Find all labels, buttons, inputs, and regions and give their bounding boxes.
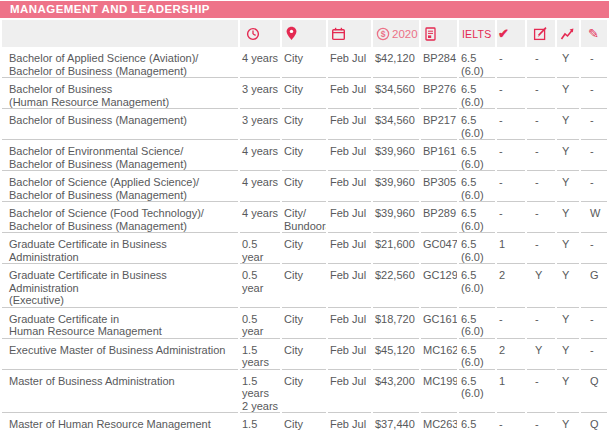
course-pathway-value: Y — [557, 171, 579, 202]
course-location: City — [282, 171, 326, 202]
course-table-body: Bachelor of Applied Science (Aviation)/ … — [2, 47, 607, 431]
course-duration: 1.5 years 2 years — [240, 413, 280, 431]
course-name: Bachelor of Environmental Science/ Bache… — [2, 140, 238, 171]
course-note-value: - — [581, 47, 607, 78]
course-name: Graduate Certificate in Business Adminis… — [2, 264, 238, 308]
course-name: Master of Human Resource Management — [2, 413, 238, 431]
course-check-value: 2 — [497, 339, 525, 370]
document-icon — [424, 27, 437, 41]
course-ielts-score: 6.5 (6.0) — [459, 370, 495, 414]
course-code: GC047 — [421, 233, 457, 264]
course-location: City — [282, 109, 326, 140]
table-row: Bachelor of Environmental Science/ Bache… — [2, 140, 607, 171]
course-fee: $18,720 — [373, 308, 419, 339]
course-intake: Feb Jul — [328, 339, 371, 370]
course-ielts-score: 6.5 (6.0) — [459, 339, 495, 370]
course-fee: $34,560 — [373, 78, 419, 109]
course-name: Bachelor of Science (Food Technology)/ B… — [2, 202, 238, 233]
course-note-value: W — [581, 202, 607, 233]
course-code: MC263 — [421, 413, 457, 431]
check-column-header: ✔ — [497, 20, 525, 47]
course-check-value: - — [497, 202, 525, 233]
intake-column-header — [328, 20, 371, 47]
table-row: Graduate Certificate in Business Adminis… — [2, 264, 607, 308]
course-note-value: - — [581, 109, 607, 140]
table-row: Bachelor of Applied Science (Aviation)/ … — [2, 47, 607, 78]
course-check-value: 2 — [497, 264, 525, 308]
pen-icon: ✎ — [588, 26, 599, 41]
table-row: Graduate Certificate in Human Resource M… — [2, 308, 607, 339]
course-fee: $39,960 — [373, 202, 419, 233]
location-column-header — [282, 20, 326, 47]
section-title: MANAGEMENT AND LEADERSHIP — [10, 3, 210, 15]
check-icon: ✔ — [498, 26, 509, 41]
course-intake: Feb Jul — [328, 370, 371, 414]
course-task-value: - — [527, 413, 555, 431]
table-row: Master of Human Resource Management 1.5 … — [2, 413, 607, 431]
course-location: City — [282, 264, 326, 308]
course-note-value: - — [581, 339, 607, 370]
course-name: Graduate Certificate in Business Adminis… — [2, 233, 238, 264]
course-code: BP284 — [421, 47, 457, 78]
location-pin-icon — [285, 26, 298, 41]
course-duration: 0.5 year — [240, 308, 280, 339]
course-pathway-value: Y — [557, 308, 579, 339]
course-task-value: - — [527, 308, 555, 339]
course-fee: $34,560 — [373, 109, 419, 140]
table-row: Graduate Certificate in Business Adminis… — [2, 233, 607, 264]
course-fee: $21,600 — [373, 233, 419, 264]
course-ielts-score: 6.5 (6.0) — [459, 264, 495, 308]
course-task-value: - — [527, 233, 555, 264]
course-location: City/ Bundoora — [282, 202, 326, 233]
course-duration: 4 years — [240, 140, 280, 171]
table-row: Bachelor of Science (Food Technology)/ B… — [2, 202, 607, 233]
course-pathway-value: Y — [557, 47, 579, 78]
course-code: GC129 — [421, 264, 457, 308]
note-column-header: ✎ — [581, 20, 607, 47]
course-note-value: - — [581, 171, 607, 202]
course-note-value: - — [581, 233, 607, 264]
course-name: Master of Business Administration — [2, 370, 238, 414]
course-code: BP305 — [421, 171, 457, 202]
course-task-value: - — [527, 78, 555, 109]
course-intake: Feb Jul — [328, 264, 371, 308]
course-intake: Feb Jul — [328, 109, 371, 140]
course-location: City — [282, 140, 326, 171]
course-column-header — [2, 20, 238, 47]
fee-year-label: 2020 — [392, 28, 418, 40]
trend-arrow-icon — [560, 27, 575, 41]
ielts-column-header: IELTS — [459, 20, 495, 47]
course-ielts-score: 6.5 (6.0) — [459, 78, 495, 109]
course-ielts-score: 6.5 (6.0) — [459, 109, 495, 140]
course-check-value: 1 — [497, 233, 525, 264]
course-pathway-value: Y — [557, 264, 579, 308]
course-fee: $45,120 — [373, 339, 419, 370]
course-intake: Feb Jul — [328, 202, 371, 233]
course-code: BP289 — [421, 202, 457, 233]
course-duration: 1.5 years — [240, 339, 280, 370]
course-task-value: Y — [527, 264, 555, 308]
course-ielts-score: 6.5 (6.0) — [459, 140, 495, 171]
course-intake: Feb Jul — [328, 233, 371, 264]
course-task-value: - — [527, 47, 555, 78]
course-note-value: G — [581, 264, 607, 308]
course-duration: 4 years — [240, 171, 280, 202]
table-row: Bachelor of Science (Applied Science)/ B… — [2, 171, 607, 202]
course-check-value: - — [497, 413, 525, 431]
course-check-value: - — [497, 109, 525, 140]
course-location: City — [282, 413, 326, 431]
course-note-value: Q — [581, 413, 607, 431]
course-check-value: - — [497, 47, 525, 78]
course-fee: $39,960 — [373, 171, 419, 202]
course-fee: $37,440 — [373, 413, 419, 431]
table-row: Bachelor of Business (Human Resource Man… — [2, 78, 607, 109]
course-intake: Feb Jul — [328, 308, 371, 339]
course-note-value: - — [581, 140, 607, 171]
clock-icon — [246, 27, 260, 41]
course-pathway-value: Y — [557, 370, 579, 414]
icon-header-row: $ 2020 IELTS ✔ — [2, 20, 607, 47]
course-fee: $22,560 — [373, 264, 419, 308]
table-row: Master of Business Administration 1.5 ye… — [2, 370, 607, 414]
course-task-value: - — [527, 140, 555, 171]
course-pathway-value: Y — [557, 413, 579, 431]
